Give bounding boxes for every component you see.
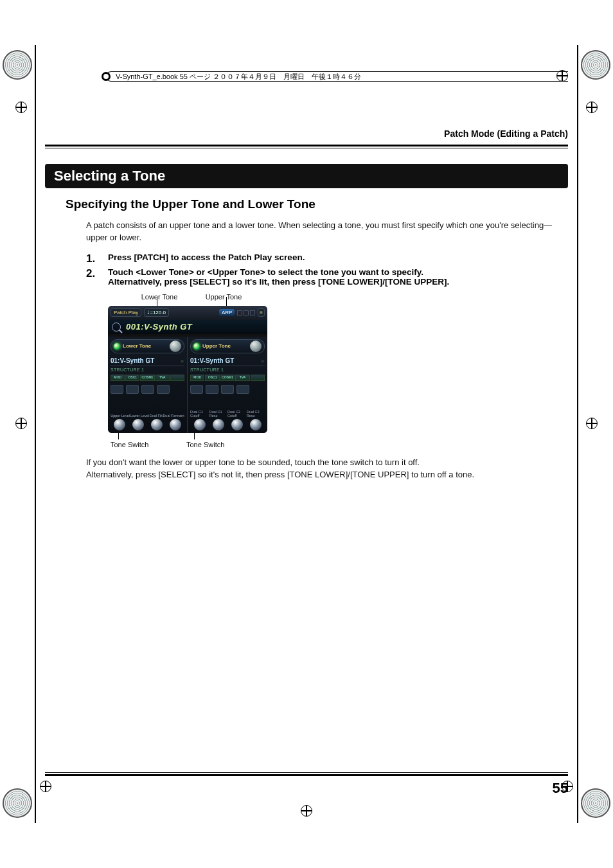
screen-tempo: ♩=120.0 [144, 308, 169, 317]
crop-guide [577, 45, 578, 823]
structure-label: STRUCTURE 1 [111, 368, 184, 372]
section-heading: Selecting a Tone [45, 164, 568, 188]
panel-icon [221, 385, 234, 394]
upper-panel-name: 01:V-Synth GT [190, 357, 234, 364]
panel-icon [206, 385, 218, 394]
step-text: Touch <Lower Tone> or <Upper Tone> to se… [108, 267, 449, 287]
panel-icon [111, 385, 123, 394]
signal-chain: MOD OSC1 COSM1 TVA [111, 375, 184, 381]
subsection-heading: Specifying the Upper Tone and Lower Tone [66, 197, 568, 211]
panel-icon [157, 385, 170, 394]
knob-icon [250, 419, 262, 430]
figure-label-lower-tone: Lower Tone [127, 293, 191, 301]
knob-icon [114, 419, 125, 430]
page-number: 55 [553, 780, 568, 797]
crop-spiral-icon [581, 788, 610, 818]
header-rule [45, 145, 568, 146]
knob-icon [231, 419, 243, 430]
registration-mark-icon [102, 72, 111, 81]
figure-label-upper-tone: Upper Tone [191, 293, 256, 301]
steps-list: Press [PATCH] to access the Patch Play s… [86, 252, 568, 287]
leader-line [118, 433, 119, 439]
chapter-title: Patch Mode (Editing a Patch) [444, 128, 568, 139]
panel-icon [190, 385, 203, 394]
knob-row [111, 419, 184, 430]
registration-mark-icon [15, 102, 27, 113]
search-icon [112, 323, 121, 332]
knob-icon [250, 341, 262, 352]
figure-label-tone-switch-left: Tone Switch [111, 441, 186, 448]
arrow-icon [251, 375, 265, 381]
knob-row [190, 419, 265, 430]
screenshot-patch-play: Patch Play ♩=120.0 ARP ≡ 001:V-Synth GT … [108, 306, 267, 433]
lower-tone-tab: Lower Tone [111, 339, 184, 353]
upper-tone-tab: Upper Tone [190, 339, 265, 353]
screen-page-dots [237, 310, 255, 315]
structure-label: STRUCTURE 1 [190, 368, 265, 372]
figure-label-tone-switch-right: Tone Switch [186, 441, 262, 448]
knob-icon [151, 419, 163, 430]
screen-nav-label: Patch Play [111, 308, 141, 317]
crop-guide [35, 45, 36, 823]
knob-icon [170, 341, 181, 352]
intro-paragraph: A patch consists of an upper tone and a … [86, 220, 565, 244]
print-header-bar: V-Synth-GT_e.book 55 ページ ２００７年４月９日 月曜日 午… [106, 71, 568, 82]
footer-rule [45, 774, 568, 776]
knob-icon [170, 419, 181, 430]
screen-patch-title: 001:V-Synth GT [126, 322, 192, 332]
mini-icon-row [111, 385, 184, 394]
lower-tone-tab-label: Lower Tone [123, 343, 151, 349]
crop-spiral-icon [3, 788, 32, 818]
print-header-text: V-Synth-GT_e.book 55 ページ ２００７年４月９日 月曜日 午… [116, 72, 361, 82]
registration-mark-icon [15, 418, 27, 429]
registration-mark-icon [586, 102, 598, 113]
menu-icon: ≡ [258, 308, 265, 317]
after-figure-paragraph: If you don't want the lower or upper ton… [86, 457, 565, 481]
step-text: Press [PATCH] to access the Patch Play s… [108, 252, 305, 262]
figure: Lower Tone Upper Tone Patch Play ♩=120.0… [108, 293, 269, 448]
panel-icon [236, 385, 249, 394]
upper-tone-tab-label: Upper Tone [202, 343, 231, 349]
signal-chain: MOD OSC1 COSM1 TVA [190, 375, 265, 381]
knob-icon [132, 419, 144, 430]
panel-icon [141, 385, 154, 394]
brightness-icon: ☼ [261, 359, 265, 363]
brightness-icon: ☼ [181, 359, 184, 363]
step-item: Touch <Lower Tone> or <Upper Tone> to se… [86, 267, 568, 287]
registration-mark-icon [556, 70, 568, 82]
leader-line [194, 433, 195, 439]
crop-spiral-icon [3, 50, 32, 80]
led-on-icon [193, 343, 200, 350]
panel-icon [126, 385, 139, 394]
step-item: Press [PATCH] to access the Patch Play s… [86, 252, 568, 262]
screen-arp-badge: ARP [219, 309, 235, 316]
knob-icon [213, 419, 224, 430]
led-on-icon [114, 343, 120, 350]
crop-spiral-icon [581, 50, 610, 80]
mini-icon-row [190, 385, 265, 394]
registration-mark-icon [586, 418, 598, 429]
knob-icon [194, 419, 206, 430]
lower-panel-name: 01:V-Synth GT [111, 357, 154, 364]
arrow-icon [170, 375, 184, 381]
